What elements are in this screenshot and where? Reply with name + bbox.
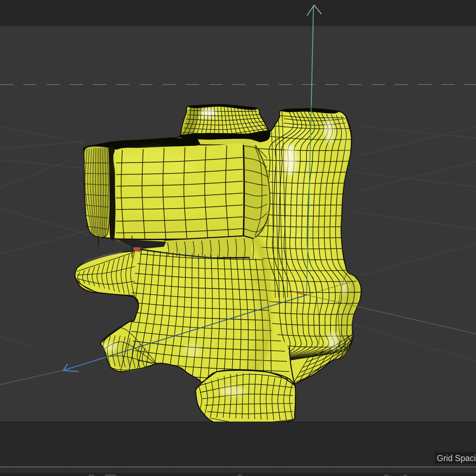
svg-text:Grid Spaci: Grid Spaci [437, 454, 476, 463]
